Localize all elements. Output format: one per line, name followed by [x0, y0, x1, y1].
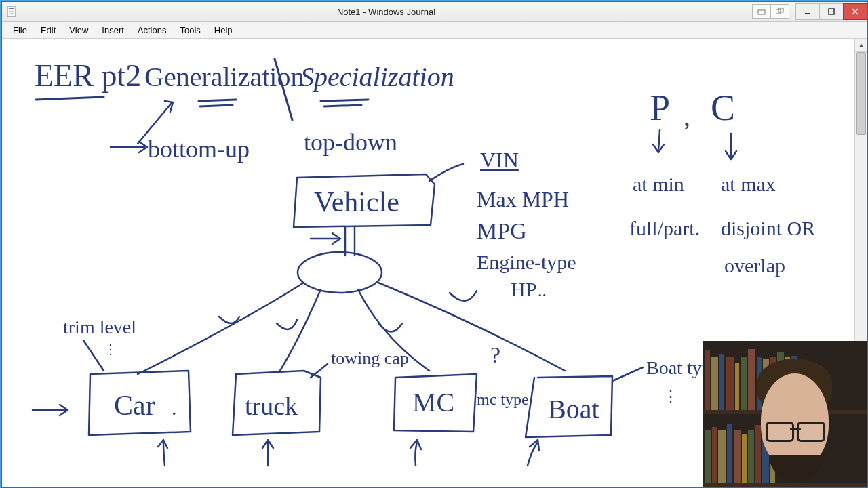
menu-actions[interactable]: Actions: [131, 24, 174, 37]
minimize-button[interactable]: [795, 3, 820, 20]
svg-text:⋮: ⋮: [663, 388, 678, 405]
svg-rect-1: [9, 8, 14, 9]
ink-p: P: [650, 87, 670, 128]
menubar: File Edit View Insert Actions Tools Help: [2, 22, 867, 39]
menu-help[interactable]: Help: [208, 24, 239, 37]
ink-question: ?: [490, 342, 500, 367]
webcam-overlay: [703, 341, 867, 487]
svg-rect-4: [758, 10, 765, 14]
ink-comma: ,: [684, 101, 690, 131]
webcam-person-face: [761, 373, 829, 468]
svg-point-12: [298, 252, 382, 293]
window-controls: [796, 3, 867, 20]
ink-title-eer: EER pt2: [35, 58, 141, 93]
ink-c: C: [711, 87, 735, 128]
window-title: Note1 - Windows Journal: [20, 7, 753, 17]
svg-text:⋮: ⋮: [104, 342, 117, 357]
ink-maxmph: Max MPH: [477, 187, 569, 211]
ink-at-max: at max: [721, 173, 776, 195]
ink-trim-level: trim level: [63, 317, 136, 338]
titlebar-extra-2[interactable]: [770, 4, 789, 19]
menu-tools[interactable]: Tools: [173, 24, 207, 37]
menu-edit[interactable]: Edit: [34, 24, 62, 37]
ink-at-min: at min: [633, 173, 684, 195]
svg-text:.: .: [172, 396, 177, 419]
ink-title-specialization: Specialization: [300, 62, 454, 92]
ink-top-down: top-down: [304, 129, 397, 156]
scroll-up-icon[interactable]: ▲: [855, 39, 867, 52]
maximize-button[interactable]: [819, 3, 844, 20]
menu-view[interactable]: View: [62, 24, 95, 37]
svg-rect-8: [829, 9, 834, 14]
titlebar: Note1 - Windows Journal: [2, 2, 867, 22]
ink-disjoint-or: disjoint OR: [721, 217, 815, 239]
close-button[interactable]: [843, 3, 867, 20]
ink-vehicle: Vehicle: [314, 186, 399, 218]
ink-mc: MC: [412, 387, 454, 418]
ink-boat: Boat: [548, 394, 599, 424]
ink-overlap: overlap: [724, 254, 785, 277]
ink-vin: VIN: [480, 148, 519, 172]
app-window: Note1 - Windows Journal File Edit View I…: [1, 1, 868, 488]
ink-engine-type: Engine-type: [477, 251, 576, 273]
scroll-thumb[interactable]: [856, 52, 866, 135]
ink-hp: HP: [511, 278, 536, 300]
svg-text:..: ..: [538, 281, 547, 300]
ink-towing-cap: towing cap: [331, 348, 409, 368]
titlebar-extra-1[interactable]: [752, 4, 771, 19]
ink-car: Car: [114, 390, 155, 421]
menu-file[interactable]: File: [6, 24, 34, 37]
journal-canvas[interactable]: EER pt2 Generalization Specialization bo…: [2, 39, 867, 487]
ink-truck: truck: [245, 392, 298, 420]
ink-bottom-up: bottom-up: [148, 136, 250, 163]
glasses-icon: [766, 422, 825, 439]
ink-mpg: MPG: [477, 218, 527, 243]
ink-full-part: full/part.: [629, 217, 700, 239]
app-icon: [5, 4, 20, 19]
titlebar-extra-buttons: [753, 4, 789, 19]
menu-insert[interactable]: Insert: [95, 24, 131, 37]
ink-mctype: mc type: [477, 390, 529, 408]
